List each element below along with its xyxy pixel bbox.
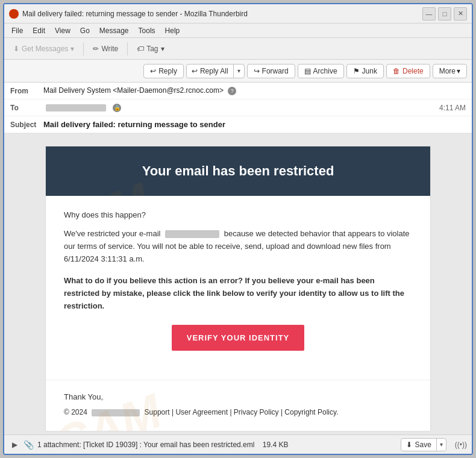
delete-label: Delete [402, 67, 424, 75]
to-privacy-icon[interactable]: 🔒 [113, 104, 121, 112]
attachment-label: 1 attachment: [Ticket ID 19039] : Your e… [37, 441, 254, 449]
get-messages-button[interactable]: ⬇ Get Messages ▾ [8, 42, 80, 55]
tag-icon: 🏷 [137, 45, 144, 53]
action-toolbar: ↩ Reply ↩ Reply All ▾ ↪ Forward ▤ Archiv… [4, 60, 472, 83]
window-title: Mail delivery failed: returning message … [22, 10, 422, 18]
email-banner: Your email has been restricted [46, 146, 430, 196]
email-footer: Thank You, © 2024 Support | User Agreeme… [46, 380, 430, 431]
footer-thanks-text: Thank You, [64, 392, 103, 401]
reply-all-icon: ↩ [192, 67, 198, 75]
maximize-button[interactable]: □ [438, 7, 451, 20]
menu-file[interactable]: File [7, 25, 28, 36]
get-messages-icon: ⬇ [13, 45, 19, 53]
subject-value: Mail delivery failed: returning message … [43, 120, 225, 129]
from-text: Mail Delivery System <Mailer-Daemon@rs2.… [43, 86, 224, 95]
footer-links: © 2024 Support | User Agreement | Privac… [64, 406, 412, 419]
window-controls: — □ ✕ [422, 7, 467, 20]
menu-message[interactable]: Message [95, 25, 134, 36]
get-messages-label: Get Messages [22, 45, 68, 53]
subject-label: Subject [10, 121, 43, 129]
subject-row: Subject Mail delivery failed: returning … [4, 116, 472, 133]
menu-go[interactable]: Go [75, 25, 95, 36]
save-button[interactable]: ⬇ Save [401, 439, 436, 451]
app-icon [9, 9, 19, 19]
save-button-group: ⬇ Save ▾ [401, 438, 446, 451]
reply-label: Reply [158, 67, 177, 75]
write-icon: ✏ [93, 45, 99, 53]
close-button[interactable]: ✕ [454, 7, 467, 20]
junk-button[interactable]: ⚑ Junk [346, 64, 384, 78]
from-row: From Mail Delivery System <Mailer-Daemon… [4, 83, 472, 99]
reply-all-dropdown[interactable]: ▾ [234, 65, 244, 77]
toolbar-sep-1 [83, 42, 84, 55]
attachment-text: 1 attachment: [Ticket ID 19039] : Your e… [37, 441, 397, 449]
minimize-button[interactable]: — [422, 7, 436, 20]
to-value: 🔒 [43, 103, 439, 112]
email-time: 4:11 AM [439, 104, 466, 112]
menubar: File Edit View Go Message Tools Help [4, 24, 472, 38]
reply-all-split: ↩ Reply All ▾ [186, 64, 245, 78]
from-label: From [10, 87, 43, 95]
delete-icon: 🗑 [393, 67, 400, 75]
save-down-icon: ⬇ [406, 441, 412, 449]
email-main-content: Why does this happen? We've restricted y… [46, 196, 430, 380]
reply-all-label: Reply All [200, 67, 228, 75]
email-body-area: SCAM SCAM SCAM Your email has been restr… [4, 134, 472, 434]
tag-arrow-icon: ▾ [161, 45, 164, 53]
sound-icon: ((•)) [455, 441, 467, 449]
to-label: To [10, 104, 43, 112]
email-redacted [165, 230, 219, 238]
reply-button[interactable]: ↩ Reply [143, 64, 184, 78]
main-window: Mail delivery failed: returning message … [3, 3, 473, 455]
save-dropdown[interactable]: ▾ [437, 439, 446, 450]
forward-button[interactable]: ↪ Forward [247, 64, 295, 78]
junk-icon: ⚑ [353, 67, 360, 75]
save-label: Save [415, 441, 431, 449]
more-label: More [439, 67, 456, 75]
email-header: From Mail Delivery System <Mailer-Daemon… [4, 83, 472, 134]
paperclip-icon: 📎 [23, 440, 34, 450]
reply-icon: ↩ [150, 67, 156, 75]
status-bar: ▶ 📎 1 attachment: [Ticket ID 19039] : Yo… [4, 434, 472, 454]
body-paragraph: We've restricted your e-mail because we … [64, 228, 412, 265]
menu-tools[interactable]: Tools [134, 25, 160, 36]
forward-label: Forward [262, 67, 289, 75]
main-toolbar: ⬇ Get Messages ▾ ✏ Write 🏷 Tag ▾ [4, 38, 472, 60]
get-messages-arrow-icon: ▾ [70, 45, 74, 53]
verify-button[interactable]: VERIFY YOUR IDENTITY [172, 325, 304, 351]
reply-all-button[interactable]: ↩ Reply All [187, 64, 234, 78]
title-bar: Mail delivery failed: returning message … [4, 4, 472, 24]
sound-area: ((•)) [455, 441, 467, 449]
junk-label: Junk [362, 67, 377, 75]
banner-text: Your email has been restricted [64, 163, 412, 179]
menu-help[interactable]: Help [160, 25, 185, 36]
from-privacy-icon[interactable]: ? [228, 87, 236, 95]
action-paragraph: What to do if you believe this action is… [64, 275, 412, 312]
archive-button[interactable]: ▤ Archive [298, 64, 344, 78]
expand-button[interactable]: ▶ [9, 439, 20, 450]
why-heading: Why does this happen? [64, 210, 412, 219]
to-row: To 🔒 4:11 AM [4, 99, 472, 116]
tag-button[interactable]: 🏷 Tag ▾ [131, 42, 169, 55]
footer-copyright: © 2024 [64, 408, 87, 416]
write-label: Write [101, 45, 118, 53]
delete-button[interactable]: 🗑 Delete [386, 64, 430, 78]
menu-edit[interactable]: Edit [28, 25, 50, 36]
email-content: SCAM SCAM SCAM Your email has been restr… [45, 146, 431, 431]
toolbar-sep-2 [127, 42, 128, 55]
write-button[interactable]: ✏ Write [87, 42, 124, 55]
more-arrow-icon: ▾ [457, 67, 460, 75]
archive-label: Archive [313, 67, 337, 75]
archive-icon: ▤ [304, 67, 311, 75]
from-value: Mail Delivery System <Mailer-Daemon@rs2.… [43, 86, 466, 95]
tag-label: Tag [146, 45, 158, 53]
forward-icon: ↪ [254, 67, 260, 75]
to-redacted [46, 104, 106, 111]
footer-company-redacted [92, 409, 140, 416]
menu-view[interactable]: View [50, 25, 75, 36]
attachment-size: 19.4 KB [263, 441, 289, 449]
footer-links-text: Support | User Agreement | Privacy Polic… [145, 408, 339, 416]
more-button[interactable]: More ▾ [433, 64, 467, 78]
footer-thanks: Thank You, [64, 392, 412, 401]
